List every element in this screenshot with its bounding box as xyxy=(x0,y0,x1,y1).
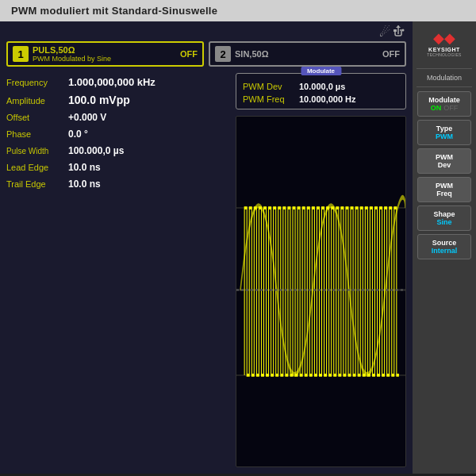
sidebar: ◆◆ KEYSIGHT TECHNOLOGIES Modulation Modu… xyxy=(413,21,476,474)
usb-bar: ☄︎ xyxy=(0,21,413,41)
ch2-status: OFF xyxy=(382,49,400,59)
pw-value: 100.000,0 µs xyxy=(68,145,124,156)
param-amplitude: Amplitude 100.0 mVpp xyxy=(6,94,229,106)
pwmfreq-btn-line2: Freq xyxy=(421,190,467,198)
ch1-number: 1 xyxy=(13,46,29,62)
waveform-svg xyxy=(236,117,405,466)
svg-rect-0 xyxy=(393,29,397,32)
channel-2-tab[interactable]: 2 SIN,50Ω OFF xyxy=(209,41,406,67)
pwmdev-btn-line1: PWM xyxy=(421,153,467,161)
source-btn-line2: Internal xyxy=(421,247,467,255)
modulate-tag: Modulate xyxy=(301,67,341,75)
mod-row-1: PWM Freq 10.000,000 Hz xyxy=(243,94,399,104)
offset-label: Offset xyxy=(6,113,62,122)
svg-point-2 xyxy=(402,29,405,32)
amp-label: Amplitude xyxy=(6,96,62,106)
usb-icon: ☄︎ xyxy=(379,25,390,40)
modulate-onoff: ON OFF xyxy=(421,104,467,112)
ch2-number: 2 xyxy=(215,46,231,62)
keysight-logo-icon: ◆◆ xyxy=(433,30,455,46)
pwmdev-btn-line2: Dev xyxy=(421,161,467,169)
source-btn-line1: Source xyxy=(421,239,467,247)
te-value: 10.0 ns xyxy=(68,178,101,190)
type-btn-line1: Type xyxy=(421,125,467,132)
ch1-sub: PWM Modulated by Sine xyxy=(33,55,176,63)
mod-label-0: PWM Dev xyxy=(243,82,294,91)
ch1-name: PULS,50Ω xyxy=(33,45,176,55)
shape-btn-line2: Sine xyxy=(421,218,467,226)
shape-btn-line1: Shape xyxy=(421,210,467,218)
title-bar: PWM moduliert mit Standard-Sinuswelle xyxy=(0,0,476,21)
waveform-display xyxy=(236,116,406,467)
te-label: Trail Edge xyxy=(6,179,62,189)
modulate-off-label: OFF xyxy=(443,104,458,112)
phase-label: Phase xyxy=(6,129,62,139)
sidebar-source-btn[interactable]: Source Internal xyxy=(417,234,471,259)
main-area: ☄︎ 1 PULS xyxy=(0,21,476,474)
ch2-info: SIN,50Ω xyxy=(235,49,378,59)
phase-value: 0.0 ° xyxy=(68,129,88,140)
sidebar-section-label: Modulation xyxy=(427,72,462,83)
amp-value: 100.0 mVpp xyxy=(68,94,130,106)
keysight-logo: ◆◆ KEYSIGHT TECHNOLOGIES xyxy=(424,26,464,60)
freq-label: Frequency xyxy=(6,78,62,87)
usb-symbol-icon xyxy=(390,25,406,37)
offset-value: +0.000 V xyxy=(68,112,106,123)
keysight-sub: TECHNOLOGIES xyxy=(427,52,461,57)
le-label: Lead Edge xyxy=(6,163,62,172)
sidebar-divider-top xyxy=(416,68,472,69)
type-btn-line2: PWM xyxy=(421,132,467,140)
param-offset: Offset +0.000 V xyxy=(6,112,229,123)
ch1-info: PULS,50Ω PWM Modulated by Sine xyxy=(33,45,176,63)
params-panel: Frequency 1.000,000,000 kHz Amplitude 10… xyxy=(0,70,413,474)
sidebar-divider-2 xyxy=(416,86,472,87)
pw-label: Pulse Width xyxy=(6,147,62,155)
sidebar-pwmdev-btn[interactable]: PWM Dev xyxy=(417,148,471,174)
sidebar-modulate-btn[interactable]: Modulate ON OFF xyxy=(417,91,471,117)
ch2-name: SIN,50Ω xyxy=(235,49,378,59)
sidebar-type-btn[interactable]: Type PWM xyxy=(417,120,471,145)
mod-label-1: PWM Freq xyxy=(243,94,294,104)
screen: PWM moduliert mit Standard-Sinuswelle ☄︎ xyxy=(0,0,476,476)
channel-1-tab[interactable]: 1 PULS,50Ω PWM Modulated by Sine OFF xyxy=(6,41,204,67)
param-trailedge: Trail Edge 10.0 ns xyxy=(6,178,229,190)
pwmfreq-btn-line1: PWM xyxy=(421,182,467,190)
param-frequency: Frequency 1.000,000,000 kHz xyxy=(6,76,229,88)
sidebar-shape-btn[interactable]: Shape Sine xyxy=(417,205,471,231)
keysight-brand: KEYSIGHT xyxy=(427,47,461,52)
modulate-box: Modulate PWM Dev 10.000,0 µs PWM Freq 10… xyxy=(236,73,406,109)
mod-value-0: 10.000,0 µs xyxy=(299,82,345,91)
mod-value-1: 10.000,000 Hz xyxy=(299,94,356,104)
channel-tabs: 1 PULS,50Ω PWM Modulated by Sine OFF 2 S… xyxy=(0,41,413,70)
param-pulsewidth: Pulse Width 100.000,0 µs xyxy=(6,145,229,156)
modulate-on-label: ON xyxy=(431,104,442,112)
param-leadedge: Lead Edge 10.0 ns xyxy=(6,162,229,173)
left-params: Frequency 1.000,000,000 kHz Amplitude 10… xyxy=(6,73,229,467)
page-title: PWM moduliert mit Standard-Sinuswelle xyxy=(11,5,217,17)
right-panel: Modulate PWM Dev 10.000,0 µs PWM Freq 10… xyxy=(236,73,406,467)
modulate-btn-line1: Modulate xyxy=(421,96,467,104)
display-area: ☄︎ 1 PULS xyxy=(0,21,413,474)
param-phase: Phase 0.0 ° xyxy=(6,129,229,140)
mod-row-0: PWM Dev 10.000,0 µs xyxy=(243,82,399,91)
ch1-status: OFF xyxy=(180,49,198,59)
sidebar-pwmfreq-btn[interactable]: PWM Freq xyxy=(417,177,471,202)
freq-value: 1.000,000,000 kHz xyxy=(68,76,155,88)
le-value: 10.0 ns xyxy=(68,162,101,173)
